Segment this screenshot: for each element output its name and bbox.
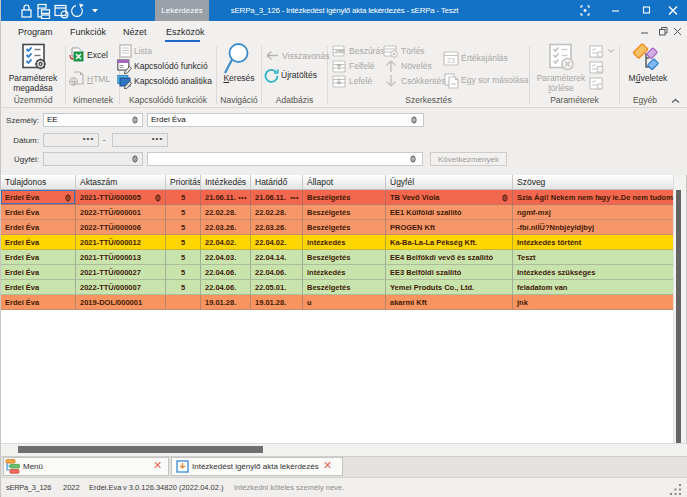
svg-text:23: 23 bbox=[447, 57, 455, 64]
